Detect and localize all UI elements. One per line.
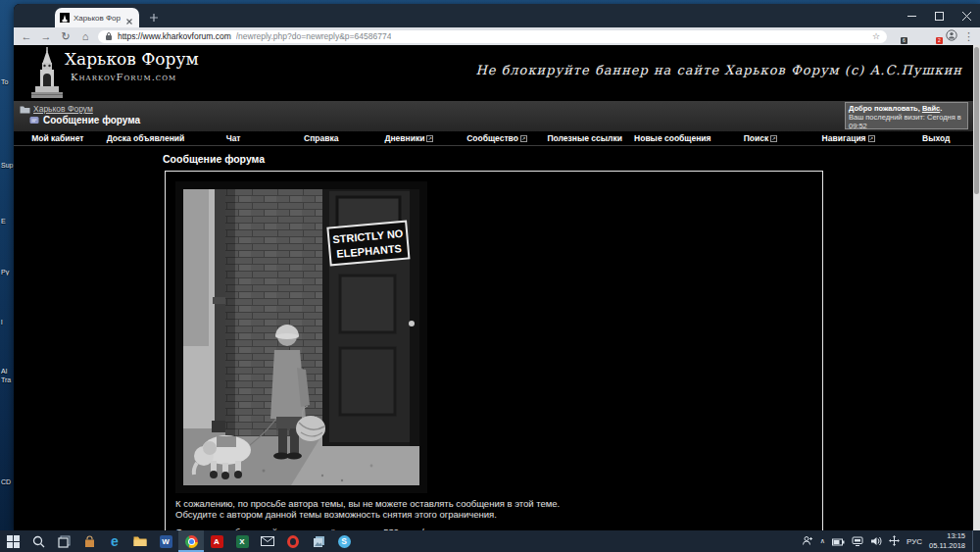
breadcrumb: Харьков Форум xyxy=(20,104,93,114)
nav-navigation[interactable]: Навигация↗ xyxy=(805,133,893,143)
nav-blogs[interactable]: Дневники↗ xyxy=(366,133,454,143)
nav-my-cabinet[interactable]: Мой кабинет xyxy=(14,133,102,143)
back-icon[interactable]: ← xyxy=(20,31,33,42)
nav-useful-links[interactable]: Полезные ссылки xyxy=(541,133,629,143)
site-subtitle: KharkovForum.com xyxy=(71,72,176,82)
ink-workspace-icon[interactable] xyxy=(889,532,900,550)
word-icon[interactable]: W xyxy=(153,530,178,552)
chrome-menu-icon[interactable]: ⋮ xyxy=(963,30,974,43)
breadcrumb-root-link[interactable]: Харьков Форум xyxy=(33,104,93,114)
welcome-greeting: Добро пожаловать, Вайс. xyxy=(849,104,964,113)
message-page-icon xyxy=(29,116,39,125)
nav-search[interactable]: Поиск↗ xyxy=(716,133,805,143)
tab-title: Харьков Форум xyxy=(74,14,121,23)
photos-icon[interactable] xyxy=(306,530,331,552)
forward-icon[interactable]: → xyxy=(39,31,53,42)
greeting-suffix: . xyxy=(940,104,942,113)
strictly-no-elephants-photo: STRICTLY NO ELEPHANTS xyxy=(175,181,427,493)
translate-extension-icon[interactable] xyxy=(910,30,922,42)
nav-label: Доска объявлений xyxy=(107,133,185,143)
task-view-icon[interactable] xyxy=(51,530,76,552)
volume-icon[interactable] xyxy=(870,532,882,550)
nav-label: Полезные ссылки xyxy=(547,133,621,143)
home-icon[interactable]: ⌂ xyxy=(78,31,92,42)
excel-icon[interactable]: X xyxy=(229,530,255,552)
mail-icon[interactable] xyxy=(255,530,280,552)
taskbar-clock[interactable]: 13:15 05.11.2018 xyxy=(929,531,965,551)
desktop-icon-label[interactable]: Sup xyxy=(1,162,14,169)
kharkov-tower-logo xyxy=(29,47,65,104)
nav-community[interactable]: Сообщество↗ xyxy=(453,133,541,143)
nav-help[interactable]: Справка xyxy=(277,133,366,143)
nav-label: Мой кабинет xyxy=(31,133,83,143)
language-indicator[interactable]: РУС xyxy=(906,537,922,546)
username-link[interactable]: Вайс xyxy=(922,104,940,113)
desktop-icon-label[interactable]: Al xyxy=(1,368,14,375)
section-title: Сообщение форума xyxy=(163,153,265,165)
url-host: https://www.kharkovforum.com xyxy=(118,31,231,41)
nav-label: Поиск xyxy=(744,133,769,143)
greeting-prefix: Добро пожаловать, xyxy=(849,104,922,113)
breadcrumb-bar: Харьков Форум Сообщение форума Добро пож… xyxy=(14,101,980,131)
opera-icon[interactable] xyxy=(280,530,306,552)
browser-tab[interactable]: Харьков Форум xyxy=(55,8,139,27)
skype-icon[interactable]: S xyxy=(331,530,357,552)
last-visit-text: Ваш последний визит: Сегодня в 09:52 xyxy=(849,113,964,130)
nav-classifieds[interactable]: Доска объявлений xyxy=(102,133,190,143)
people-tray-icon[interactable] xyxy=(802,532,813,550)
desktop-icon-label[interactable]: Py xyxy=(1,269,14,276)
expand-icon: ↗ xyxy=(426,135,433,142)
start-button[interactable] xyxy=(0,530,25,552)
window-minimize-button[interactable] xyxy=(898,4,925,27)
desktop-icon-label[interactable]: CD xyxy=(1,478,14,485)
desktop-icon-label[interactable]: l xyxy=(1,319,14,326)
edge-icon[interactable]: e xyxy=(102,530,127,552)
bookmark-star-icon[interactable]: ☆ xyxy=(872,31,880,41)
profile-icon[interactable] xyxy=(946,27,957,45)
nav-label: Справка xyxy=(304,133,338,143)
nav-label: Дневники xyxy=(384,133,424,143)
clock-time: 13:15 xyxy=(929,531,965,541)
show-desktop-button[interactable] xyxy=(972,530,976,552)
word-letter: W xyxy=(160,535,172,548)
acrobat-icon[interactable]: A xyxy=(204,530,229,552)
desktop-icon-label[interactable]: Tra xyxy=(1,376,14,383)
hidden-icons-chevron[interactable]: ∧ xyxy=(820,537,825,545)
network-icon[interactable] xyxy=(852,532,863,550)
browser-window: Харьков Форум ← → ↻ ⌂ xyxy=(14,4,980,530)
desktop-icon-label[interactable]: To xyxy=(1,78,14,85)
nav-label: Выход xyxy=(922,133,950,143)
scrollbar-thumb[interactable] xyxy=(974,47,979,194)
adblock-extension-icon[interactable]: 6 xyxy=(893,30,905,42)
address-bar[interactable]: https://www.kharkovforum.com/newreply.ph… xyxy=(98,30,887,43)
forum-navbar: Мой кабинет Доска объявлений Чат Справка… xyxy=(14,131,980,146)
browser-titlebar: Харьков Форум xyxy=(14,4,980,27)
file-explorer-icon[interactable] xyxy=(127,530,153,552)
clock-date: 05.11.2018 xyxy=(929,541,965,551)
restriction-message-line2: Обсудите с автором данной темы возможнос… xyxy=(175,509,497,520)
window-maximize-button[interactable] xyxy=(925,4,953,27)
nav-logout[interactable]: Выход xyxy=(892,133,980,143)
tab-close-icon[interactable] xyxy=(124,13,134,23)
new-tab-button[interactable] xyxy=(147,11,161,25)
expand-icon: ↗ xyxy=(770,135,777,142)
nav-label: Новые сообщения xyxy=(634,133,710,143)
windows-taskbar: e W A X S ∧ xyxy=(0,530,980,552)
reload-icon[interactable]: ↻ xyxy=(59,31,73,42)
notifier-extension-icon[interactable]: 2 xyxy=(928,30,940,42)
taskbar-search-icon[interactable] xyxy=(25,530,51,552)
nav-label: Чат xyxy=(226,133,241,143)
microsoft-store-icon[interactable] xyxy=(76,530,102,552)
battery-icon[interactable] xyxy=(832,532,845,550)
nav-new-messages[interactable]: Новые сообщения xyxy=(628,133,716,143)
extension-badge: 6 xyxy=(901,37,907,44)
breadcrumb-current: Сообщение форума xyxy=(43,115,140,125)
chrome-icon[interactable] xyxy=(178,530,204,552)
url-path: /newreply.php?do=newreply&p=64586774 xyxy=(236,31,392,41)
lock-icon xyxy=(105,31,113,41)
desktop-icon-label[interactable]: E xyxy=(1,218,14,225)
window-close-button[interactable] xyxy=(953,4,980,27)
desktop: To Sup E Py l Al Tra CD Харьков Форум xyxy=(0,0,980,552)
page-scrollbar[interactable] xyxy=(973,45,980,530)
nav-chat[interactable]: Чат xyxy=(189,133,277,143)
